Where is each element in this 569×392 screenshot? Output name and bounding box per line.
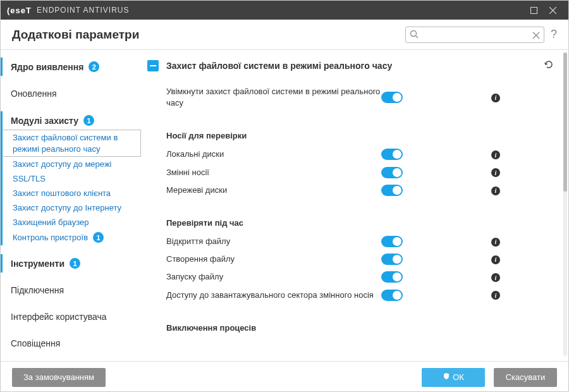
boot-sector-toggle[interactable] (381, 290, 403, 301)
sidebar: Ядро виявлення2 Оновлення Модулі захисту… (1, 50, 141, 361)
scan-on-heading: Перевіряти під час (147, 213, 554, 233)
sidebar-sub-device-control[interactable]: Контроль пристроїв1 (1, 230, 141, 245)
defaults-button[interactable]: За замовчуванням (12, 368, 106, 387)
badge: 1 (93, 232, 104, 243)
info-icon[interactable]: i (491, 273, 500, 282)
ok-button[interactable]: ОК (422, 368, 485, 387)
sidebar-sub-secure-browser[interactable]: Захищений браузер (1, 215, 141, 230)
section-title: Захист файлової системи в режимі реально… (166, 61, 543, 71)
sidebar-sub-web-access[interactable]: Захист доступу до Інтернету (1, 200, 141, 215)
sidebar-sub-realtime-fs[interactable]: Захист файлової системи в режимі реально… (1, 130, 141, 157)
local-drives-toggle[interactable] (381, 149, 403, 160)
boot-sector-label: Доступу до завантажувального сектора змі… (166, 290, 381, 301)
sidebar-item-connection[interactable]: Підключення (1, 281, 141, 299)
search-input[interactable] (422, 30, 529, 39)
sidebar-item-update[interactable]: Оновлення (1, 85, 141, 102)
page-title: Додаткові параметри (12, 28, 139, 42)
titlebar: (eseT ENDPOINT ANTIVIRUS (1, 1, 568, 20)
local-drives-label: Локальні диски (166, 149, 381, 160)
file-create-toggle[interactable] (381, 254, 403, 265)
scrollbar[interactable] (563, 52, 567, 356)
minus-icon (150, 65, 156, 66)
sidebar-sub-email-client[interactable]: Захист поштового клієнта (1, 186, 141, 200)
cancel-button[interactable]: Скасувати (494, 368, 557, 387)
undo-button[interactable] (543, 59, 554, 73)
network-drives-label: Мережеві диски (166, 185, 381, 196)
scrollbar-thumb[interactable] (563, 52, 567, 192)
header: Додаткові параметри ? (1, 20, 568, 50)
svg-point-3 (410, 30, 416, 36)
sidebar-item-protection-modules[interactable]: Модулі захисту1 (1, 111, 141, 130)
help-button[interactable]: ? (551, 28, 557, 41)
search-icon (410, 30, 419, 41)
sidebar-item-ui[interactable]: Інтерфейс користувача (1, 308, 141, 326)
footer: За замовчуванням ОК Скасувати (1, 361, 568, 392)
svg-rect-0 (530, 7, 537, 13)
removable-media-label: Змінні носії (166, 167, 381, 178)
shield-icon (443, 372, 450, 382)
file-execute-label: Запуску файлу (166, 271, 381, 283)
info-icon[interactable]: i (491, 255, 500, 264)
media-to-scan-heading: Носії для перевірки (147, 126, 554, 145)
info-icon[interactable]: i (491, 168, 500, 177)
info-icon[interactable]: i (491, 94, 500, 102)
file-open-label: Відкриття файлу (166, 236, 381, 247)
file-create-label: Створення файлу (166, 254, 381, 265)
main-panel: Захист файлової системи в режимі реально… (141, 50, 568, 361)
badge: 2 (89, 61, 99, 72)
enable-realtime-label: Увімкнути захист файлової системи в режи… (166, 86, 381, 109)
sidebar-item-detection-engine[interactable]: Ядро виявлення2 (1, 58, 141, 76)
info-icon[interactable]: i (491, 238, 500, 247)
svg-line-4 (415, 35, 418, 38)
info-icon[interactable]: i (491, 150, 500, 159)
maximize-button[interactable] (524, 1, 543, 20)
file-open-toggle[interactable] (381, 236, 403, 247)
sidebar-item-tools[interactable]: Інструменти1 (1, 254, 141, 273)
removable-media-toggle[interactable] (381, 167, 403, 178)
process-exclusions-heading: Виключення процесів (147, 318, 554, 338)
file-execute-toggle[interactable] (381, 271, 403, 283)
clear-search-icon[interactable] (532, 30, 540, 42)
product-name: ENDPOINT ANTIVIRUS (37, 6, 129, 15)
sidebar-sub-network-access[interactable]: Захист доступу до мережі (1, 157, 141, 171)
brand-logo: (eseT (7, 6, 32, 15)
badge: 1 (83, 115, 94, 126)
close-button[interactable] (543, 1, 562, 20)
enable-realtime-toggle[interactable] (381, 92, 403, 103)
badge: 1 (70, 258, 80, 269)
info-icon[interactable]: i (491, 187, 500, 195)
search-box[interactable] (405, 27, 544, 43)
network-drives-toggle[interactable] (381, 185, 403, 196)
sidebar-item-notifications[interactable]: Сповіщення (1, 334, 141, 352)
info-icon[interactable]: i (491, 291, 500, 300)
sidebar-sub-ssl-tls[interactable]: SSL/TLS (1, 171, 141, 186)
collapse-button[interactable] (147, 60, 159, 71)
